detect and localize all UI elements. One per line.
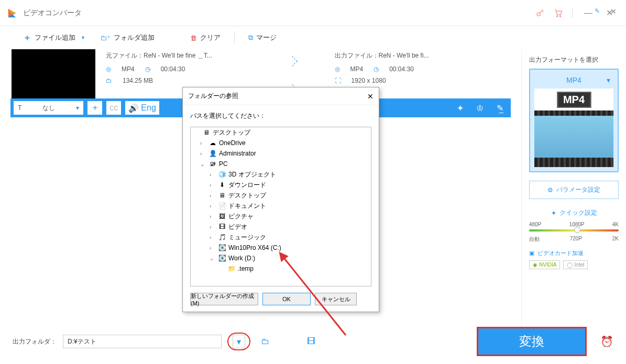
dialog-close-button[interactable]: ✕	[367, 92, 374, 101]
tree-item-label: ビデオ	[228, 223, 247, 231]
schedule-button[interactable]: ⏰	[600, 335, 613, 348]
expand-icon[interactable]: ›	[210, 203, 216, 209]
trim-button[interactable]: ✎̲	[492, 100, 508, 116]
add-folder-button[interactable]: 🗀⁺ フォルダ追加	[93, 30, 162, 46]
open-folder-button[interactable]: 🗀	[261, 337, 269, 346]
resolution-slider[interactable]	[529, 229, 619, 231]
pc-icon: 🖳	[208, 160, 217, 168]
tree-item[interactable]: ›⬇ダウンロード	[191, 180, 371, 190]
subtitle-select[interactable]: T なし ▾	[14, 101, 83, 115]
parameter-settings-button[interactable]: ⚙ パラメータ設定	[529, 181, 619, 199]
main-toolbar: ＋ ファイル追加 ▼ 🗀⁺ フォルダ追加 🗑 クリア ⧉ マージ	[0, 26, 626, 49]
pic-icon: 🖼	[218, 213, 226, 220]
sliders-icon: ⚙	[547, 186, 553, 194]
tree-item[interactable]: ›💽Win10Pro X64 (C:)	[191, 242, 371, 253]
expand-icon[interactable]: ›	[200, 151, 206, 157]
tree-item[interactable]: ›🧊3D オブジェクト	[191, 169, 371, 180]
add-subtitle-button[interactable]: +	[87, 101, 102, 115]
expand-icon[interactable]: ›	[210, 193, 216, 198]
expand-icon[interactable]: ›	[210, 214, 216, 219]
edit-output-name-button[interactable]: ✎	[595, 7, 600, 15]
tree-item-label: ミュージック	[228, 233, 266, 242]
tree-item[interactable]: ›☁OneDrive	[191, 138, 371, 148]
tree-item-label: .temp	[238, 265, 254, 272]
nvidia-badge: ◉NVIDIA	[529, 260, 560, 269]
drive-icon: 💽	[218, 244, 226, 251]
format-icon: ◎	[106, 65, 111, 73]
watermark-button[interactable]: ♔	[472, 100, 488, 116]
tree-item-label: OneDrive	[219, 139, 246, 147]
format-preview: MP4	[534, 89, 613, 167]
tree-item[interactable]: ⌄💽Work (D:)	[191, 253, 371, 263]
tree-item[interactable]: ›🎞ビデオ	[191, 222, 371, 232]
clear-label: クリア	[200, 33, 221, 42]
intel-icon: ◯	[567, 262, 573, 268]
cc-button[interactable]: cc	[106, 101, 121, 115]
tree-item[interactable]: ›📄ドキュメント	[191, 201, 371, 211]
cart-icon[interactable]	[549, 4, 567, 22]
tree-item-label: ダウンロード	[228, 181, 266, 190]
tree-item[interactable]: ›🖼ピクチャ	[191, 211, 371, 222]
tree-item[interactable]: 🖥デスクトップ	[191, 127, 371, 138]
slider-thumb[interactable]	[574, 227, 580, 233]
expand-icon[interactable]: ›	[210, 172, 216, 178]
folder-plus-icon: 🗀⁺	[100, 34, 111, 42]
add-file-button[interactable]: ＋ ファイル追加 ▼	[16, 29, 93, 47]
expand-icon[interactable]: ⌄	[210, 256, 216, 261]
cloud-icon: ☁	[208, 139, 217, 147]
resolution-icon: ⛶	[335, 77, 341, 84]
merge-button[interactable]: ⧉ マージ	[241, 30, 284, 46]
output-folder-dropdown[interactable]: ▾	[233, 335, 245, 348]
resolution-labels-bottom: 自動720P2K	[529, 236, 619, 243]
clear-button[interactable]: 🗑 クリア	[183, 30, 228, 46]
ok-button[interactable]: OK	[262, 293, 311, 305]
folder-tree[interactable]: 🖥デスクトップ›☁OneDrive›👤Administrator⌄🖳PC›🧊3D…	[190, 127, 371, 286]
add-folder-label: フォルダ追加	[114, 33, 155, 42]
out-resolution: 1920 x 1080	[352, 77, 386, 84]
subtitle-value: なし	[42, 104, 55, 113]
resolution-labels-top: 480P1080P4K	[529, 222, 619, 227]
svg-point-1	[556, 15, 557, 16]
effect-button[interactable]: ✦	[452, 100, 468, 116]
chevron-down-icon: ▼	[81, 35, 85, 40]
tree-item-label: 3D オブジェクト	[228, 170, 276, 179]
expand-icon[interactable]: ›	[210, 182, 216, 188]
output-folder-input[interactable]	[63, 335, 222, 348]
expand-icon[interactable]: ›	[210, 235, 216, 240]
remove-file-button[interactable]: ✕	[610, 7, 617, 16]
tree-item[interactable]: ›🎵ミュージック	[191, 232, 371, 242]
key-icon[interactable]	[531, 4, 549, 22]
out-format: MP4	[350, 65, 364, 73]
desktop-icon: 🖥	[218, 192, 226, 199]
expand-icon[interactable]: ⌄	[200, 161, 206, 167]
audio-track-button[interactable]: 🔊Eng	[125, 101, 159, 115]
tree-item-label: Work (D:)	[228, 255, 255, 262]
format-badge: MP4	[557, 92, 591, 108]
audio-lang: Eng	[141, 103, 156, 113]
desktop-icon: 🖥	[202, 129, 211, 136]
close-window-button[interactable]: ✕	[599, 4, 620, 22]
plus-icon: ＋	[23, 32, 31, 43]
tree-item[interactable]: ›👤Administrator	[191, 148, 371, 159]
tree-item-label: デスクトップ	[228, 191, 266, 200]
src-size: 134.25 MB	[123, 77, 153, 84]
expand-icon[interactable]: ›	[210, 224, 216, 230]
output-format-title: 出力フォーマットを選択	[529, 56, 619, 64]
drive-icon: 💽	[218, 255, 226, 262]
cancel-button[interactable]: キャンセル	[315, 293, 357, 305]
expand-icon[interactable]: ›	[210, 245, 216, 251]
new-folder-button[interactable]: 新しいフォルダーの作成(M)	[190, 293, 258, 305]
output-format-panel: 出力フォーマットを選択 MP4 ▾ MP4 ⚙ パラメータ設定 ✦クイック設定 …	[521, 49, 626, 332]
expand-icon[interactable]: ›	[200, 140, 206, 146]
tree-item[interactable]: ⌄🖳PC	[191, 159, 371, 169]
tree-item[interactable]: ›🖥デスクトップ	[191, 190, 371, 201]
intel-badge: ◯Intel	[563, 260, 588, 269]
tree-item[interactable]: 📁.temp	[191, 263, 371, 274]
media-info-button[interactable]: 🎞	[307, 337, 315, 346]
format-icon: ◎	[335, 65, 340, 73]
format-selector[interactable]: MP4 ▾ MP4	[529, 69, 619, 172]
titlebar: ビデオコンバータ — ✕	[0, 0, 626, 26]
clock-icon: ◷	[145, 65, 150, 73]
convert-button[interactable]: 変換	[477, 327, 587, 356]
folder-icon: 📁	[227, 265, 236, 272]
